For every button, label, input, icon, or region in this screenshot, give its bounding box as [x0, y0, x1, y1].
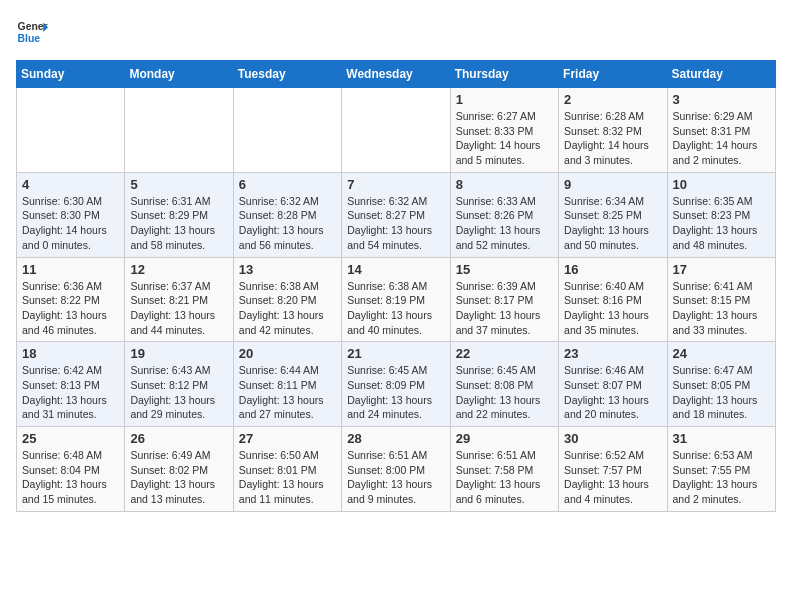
day-info: Sunrise: 6:36 AM Sunset: 8:22 PM Dayligh… [22, 279, 119, 338]
logo-icon: General Blue [16, 16, 48, 48]
calendar-cell: 18Sunrise: 6:42 AM Sunset: 8:13 PM Dayli… [17, 342, 125, 427]
calendar-cell: 6Sunrise: 6:32 AM Sunset: 8:28 PM Daylig… [233, 172, 341, 257]
day-number: 1 [456, 92, 553, 107]
day-number: 31 [673, 431, 770, 446]
logo: General Blue [16, 16, 48, 48]
week-row-4: 18Sunrise: 6:42 AM Sunset: 8:13 PM Dayli… [17, 342, 776, 427]
day-number: 29 [456, 431, 553, 446]
weekday-header-friday: Friday [559, 61, 667, 88]
day-number: 26 [130, 431, 227, 446]
calendar-cell: 20Sunrise: 6:44 AM Sunset: 8:11 PM Dayli… [233, 342, 341, 427]
day-number: 14 [347, 262, 444, 277]
day-number: 16 [564, 262, 661, 277]
day-info: Sunrise: 6:50 AM Sunset: 8:01 PM Dayligh… [239, 448, 336, 507]
page-header: General Blue [16, 16, 776, 48]
weekday-header-saturday: Saturday [667, 61, 775, 88]
day-info: Sunrise: 6:39 AM Sunset: 8:17 PM Dayligh… [456, 279, 553, 338]
weekday-header-monday: Monday [125, 61, 233, 88]
day-number: 6 [239, 177, 336, 192]
day-number: 22 [456, 346, 553, 361]
day-info: Sunrise: 6:32 AM Sunset: 8:28 PM Dayligh… [239, 194, 336, 253]
day-info: Sunrise: 6:45 AM Sunset: 8:09 PM Dayligh… [347, 363, 444, 422]
calendar-cell: 1Sunrise: 6:27 AM Sunset: 8:33 PM Daylig… [450, 88, 558, 173]
day-info: Sunrise: 6:31 AM Sunset: 8:29 PM Dayligh… [130, 194, 227, 253]
day-info: Sunrise: 6:30 AM Sunset: 8:30 PM Dayligh… [22, 194, 119, 253]
day-number: 20 [239, 346, 336, 361]
day-number: 24 [673, 346, 770, 361]
day-info: Sunrise: 6:53 AM Sunset: 7:55 PM Dayligh… [673, 448, 770, 507]
calendar-cell: 29Sunrise: 6:51 AM Sunset: 7:58 PM Dayli… [450, 427, 558, 512]
day-info: Sunrise: 6:51 AM Sunset: 7:58 PM Dayligh… [456, 448, 553, 507]
day-number: 5 [130, 177, 227, 192]
calendar-cell: 25Sunrise: 6:48 AM Sunset: 8:04 PM Dayli… [17, 427, 125, 512]
day-number: 8 [456, 177, 553, 192]
calendar-cell: 12Sunrise: 6:37 AM Sunset: 8:21 PM Dayli… [125, 257, 233, 342]
day-info: Sunrise: 6:44 AM Sunset: 8:11 PM Dayligh… [239, 363, 336, 422]
calendar-cell [233, 88, 341, 173]
calendar-cell: 4Sunrise: 6:30 AM Sunset: 8:30 PM Daylig… [17, 172, 125, 257]
calendar-table: SundayMondayTuesdayWednesdayThursdayFrid… [16, 60, 776, 512]
day-number: 10 [673, 177, 770, 192]
day-info: Sunrise: 6:27 AM Sunset: 8:33 PM Dayligh… [456, 109, 553, 168]
calendar-cell: 3Sunrise: 6:29 AM Sunset: 8:31 PM Daylig… [667, 88, 775, 173]
day-info: Sunrise: 6:28 AM Sunset: 8:32 PM Dayligh… [564, 109, 661, 168]
day-info: Sunrise: 6:46 AM Sunset: 8:07 PM Dayligh… [564, 363, 661, 422]
calendar-cell: 28Sunrise: 6:51 AM Sunset: 8:00 PM Dayli… [342, 427, 450, 512]
calendar-cell: 7Sunrise: 6:32 AM Sunset: 8:27 PM Daylig… [342, 172, 450, 257]
calendar-cell: 17Sunrise: 6:41 AM Sunset: 8:15 PM Dayli… [667, 257, 775, 342]
calendar-cell: 22Sunrise: 6:45 AM Sunset: 8:08 PM Dayli… [450, 342, 558, 427]
week-row-5: 25Sunrise: 6:48 AM Sunset: 8:04 PM Dayli… [17, 427, 776, 512]
day-number: 2 [564, 92, 661, 107]
day-number: 18 [22, 346, 119, 361]
day-info: Sunrise: 6:32 AM Sunset: 8:27 PM Dayligh… [347, 194, 444, 253]
day-number: 15 [456, 262, 553, 277]
calendar-cell: 26Sunrise: 6:49 AM Sunset: 8:02 PM Dayli… [125, 427, 233, 512]
calendar-cell: 16Sunrise: 6:40 AM Sunset: 8:16 PM Dayli… [559, 257, 667, 342]
calendar-cell: 27Sunrise: 6:50 AM Sunset: 8:01 PM Dayli… [233, 427, 341, 512]
day-info: Sunrise: 6:51 AM Sunset: 8:00 PM Dayligh… [347, 448, 444, 507]
day-info: Sunrise: 6:42 AM Sunset: 8:13 PM Dayligh… [22, 363, 119, 422]
calendar-cell: 19Sunrise: 6:43 AM Sunset: 8:12 PM Dayli… [125, 342, 233, 427]
day-number: 3 [673, 92, 770, 107]
calendar-cell: 24Sunrise: 6:47 AM Sunset: 8:05 PM Dayli… [667, 342, 775, 427]
calendar-cell: 8Sunrise: 6:33 AM Sunset: 8:26 PM Daylig… [450, 172, 558, 257]
day-number: 4 [22, 177, 119, 192]
calendar-cell: 15Sunrise: 6:39 AM Sunset: 8:17 PM Dayli… [450, 257, 558, 342]
day-number: 9 [564, 177, 661, 192]
week-row-1: 1Sunrise: 6:27 AM Sunset: 8:33 PM Daylig… [17, 88, 776, 173]
week-row-3: 11Sunrise: 6:36 AM Sunset: 8:22 PM Dayli… [17, 257, 776, 342]
calendar-cell: 23Sunrise: 6:46 AM Sunset: 8:07 PM Dayli… [559, 342, 667, 427]
day-info: Sunrise: 6:38 AM Sunset: 8:20 PM Dayligh… [239, 279, 336, 338]
day-info: Sunrise: 6:48 AM Sunset: 8:04 PM Dayligh… [22, 448, 119, 507]
calendar-cell: 11Sunrise: 6:36 AM Sunset: 8:22 PM Dayli… [17, 257, 125, 342]
day-info: Sunrise: 6:43 AM Sunset: 8:12 PM Dayligh… [130, 363, 227, 422]
day-info: Sunrise: 6:52 AM Sunset: 7:57 PM Dayligh… [564, 448, 661, 507]
calendar-cell: 10Sunrise: 6:35 AM Sunset: 8:23 PM Dayli… [667, 172, 775, 257]
day-info: Sunrise: 6:49 AM Sunset: 8:02 PM Dayligh… [130, 448, 227, 507]
weekday-header-row: SundayMondayTuesdayWednesdayThursdayFrid… [17, 61, 776, 88]
day-number: 19 [130, 346, 227, 361]
day-info: Sunrise: 6:47 AM Sunset: 8:05 PM Dayligh… [673, 363, 770, 422]
day-number: 17 [673, 262, 770, 277]
day-number: 30 [564, 431, 661, 446]
calendar-cell: 13Sunrise: 6:38 AM Sunset: 8:20 PM Dayli… [233, 257, 341, 342]
day-info: Sunrise: 6:34 AM Sunset: 8:25 PM Dayligh… [564, 194, 661, 253]
calendar-cell: 14Sunrise: 6:38 AM Sunset: 8:19 PM Dayli… [342, 257, 450, 342]
day-number: 28 [347, 431, 444, 446]
day-number: 23 [564, 346, 661, 361]
weekday-header-thursday: Thursday [450, 61, 558, 88]
day-info: Sunrise: 6:38 AM Sunset: 8:19 PM Dayligh… [347, 279, 444, 338]
calendar-cell [342, 88, 450, 173]
day-info: Sunrise: 6:37 AM Sunset: 8:21 PM Dayligh… [130, 279, 227, 338]
svg-text:Blue: Blue [18, 33, 41, 44]
calendar-cell [125, 88, 233, 173]
day-number: 7 [347, 177, 444, 192]
week-row-2: 4Sunrise: 6:30 AM Sunset: 8:30 PM Daylig… [17, 172, 776, 257]
calendar-cell: 9Sunrise: 6:34 AM Sunset: 8:25 PM Daylig… [559, 172, 667, 257]
day-number: 21 [347, 346, 444, 361]
day-number: 12 [130, 262, 227, 277]
calendar-cell: 21Sunrise: 6:45 AM Sunset: 8:09 PM Dayli… [342, 342, 450, 427]
calendar-cell [17, 88, 125, 173]
calendar-cell: 2Sunrise: 6:28 AM Sunset: 8:32 PM Daylig… [559, 88, 667, 173]
day-number: 11 [22, 262, 119, 277]
